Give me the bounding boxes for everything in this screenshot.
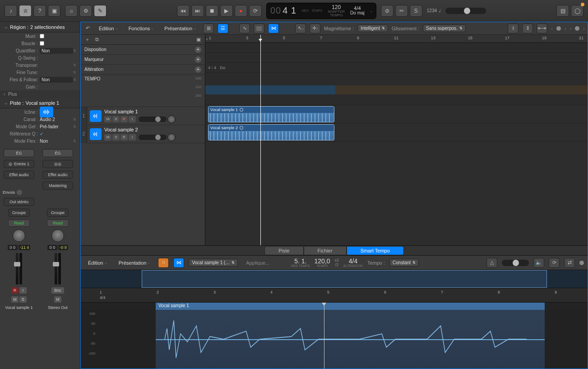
chevron-down-icon[interactable]: ⌵	[4, 24, 8, 30]
flexmode-value[interactable]: Non	[40, 139, 73, 144]
mute-button[interactable]: M	[104, 116, 111, 122]
zoom-slider[interactable]	[579, 261, 584, 265]
ed-flex-icon[interactable]: ⋈	[173, 258, 184, 268]
solo-icon[interactable]: ✂	[395, 5, 408, 17]
canal-value[interactable]: Audio 2	[40, 117, 73, 122]
chevron-down-icon[interactable]: ⌵	[4, 100, 8, 106]
ww-icon[interactable]: ⫴	[508, 23, 519, 33]
loop-icon[interactable]: ▯▯	[254, 23, 264, 33]
global-arrangement[interactable]: Disposition+	[81, 45, 205, 55]
editor-region-header[interactable]: Vocal sample 1	[156, 303, 545, 310]
tab-fichier[interactable]: Fichier	[304, 246, 347, 255]
stereo-icon[interactable]: ◎◎	[42, 160, 73, 168]
overview-bar[interactable]	[81, 270, 588, 288]
plus-icon[interactable]: +	[195, 56, 201, 63]
tempo-mode-select[interactable]: Constant⇅	[389, 259, 419, 266]
mute-button[interactable]: M	[54, 296, 61, 303]
gel-value[interactable]: Pré-fader	[40, 124, 73, 129]
solo-button[interactable]: S	[112, 134, 120, 140]
input-button[interactable]: I	[129, 134, 136, 140]
edit-menu[interactable]: Édition⌵	[95, 24, 121, 33]
flex-icon[interactable]: ⋈	[268, 23, 279, 33]
input-button[interactable]: I	[129, 116, 136, 122]
plus-icon[interactable]: +	[195, 47, 201, 53]
sends-knob[interactable]	[17, 190, 22, 195]
drag-select[interactable]: Sans superpos.⇅	[423, 24, 466, 32]
eq-slot[interactable]: ÉG	[4, 149, 34, 157]
smarttools-icon[interactable]: ☼	[65, 5, 78, 17]
pan-knob[interactable]	[51, 229, 64, 242]
vzoom-slider[interactable]	[575, 26, 579, 31]
mixer-icon[interactable]: ⚙	[79, 5, 92, 17]
chevron-right-icon[interactable]: ›	[4, 92, 8, 97]
region-header[interactable]: ⌵ Région : 2 sélectionnées	[0, 22, 80, 33]
marker-lane[interactable]	[205, 53, 588, 63]
group-slot[interactable]: Groupe	[47, 209, 69, 217]
mute-button[interactable]: M	[11, 296, 19, 303]
alt-tool-icon[interactable]: ✛⌵	[310, 23, 320, 33]
record-button[interactable]: R	[120, 116, 128, 122]
tempo-lane[interactable]	[205, 73, 588, 105]
editor-playhead[interactable]	[324, 303, 324, 369]
pointer-tool-icon[interactable]: ↖⌵	[295, 23, 306, 33]
global-tempo[interactable]: TEMPO140120100	[81, 75, 205, 107]
functions-menu[interactable]: Fonctions⌵	[125, 24, 157, 33]
record-button[interactable]: R	[120, 134, 128, 140]
mute-button[interactable]: M	[104, 134, 111, 140]
list-icon[interactable]: ▤	[556, 5, 569, 17]
bar-ruler[interactable]: ▸ 1 3 5 7 9 11 13 15 17 19 21	[205, 35, 588, 43]
global-view-icon[interactable]: ▣	[195, 36, 202, 43]
master-volume-slider[interactable]	[445, 8, 486, 14]
region-lane[interactable]: Vocal sample 2	[205, 123, 588, 141]
playhead[interactable]	[260, 35, 261, 245]
apply-button[interactable]: Applique...	[242, 259, 273, 267]
ed-view-menu[interactable]: Présentation⌵	[115, 259, 154, 267]
muet-checkbox[interactable]	[40, 34, 44, 38]
stop-icon[interactable]: ⏹	[206, 5, 218, 17]
audio-track-icon[interactable]	[90, 110, 102, 122]
lcd-display[interactable]: 00 4 1 MESTEMPS 120ADAPTERTEMPO 4/4Do ma…	[266, 3, 376, 19]
cycle-icon[interactable]: ⟳	[249, 5, 262, 17]
track-volume-slider[interactable]	[139, 135, 167, 140]
pan-knob[interactable]	[13, 229, 25, 242]
region-lane[interactable]: Vocal sample 1	[205, 105, 588, 123]
eq-slot[interactable]: ÉG	[42, 149, 73, 157]
audio-region[interactable]: Vocal sample 2	[208, 124, 334, 140]
add-track-icon[interactable]: ＋	[83, 36, 91, 43]
track-pan-knob[interactable]	[167, 133, 176, 141]
automation-read[interactable]: Read	[47, 220, 69, 227]
audio-track-icon[interactable]	[90, 128, 102, 140]
record-icon[interactable]: ●	[235, 5, 247, 17]
editor-toggle-icon[interactable]: ✎	[94, 5, 106, 17]
snap-select[interactable]: Intelligent⇅	[357, 24, 388, 32]
count-icon[interactable]: ♩	[439, 8, 441, 13]
out-slot[interactable]: Out stéréo	[4, 198, 34, 206]
browser-icon[interactable]: ◯	[571, 5, 583, 17]
rewind-icon[interactable]: ⏮	[177, 5, 190, 17]
group-slot[interactable]: Groupe	[8, 209, 30, 217]
boucle-checkbox[interactable]	[40, 41, 44, 46]
arrangement-lane[interactable]	[205, 43, 588, 53]
input-button[interactable]: I	[19, 287, 27, 294]
hfit-icon[interactable]: ⇤⇥	[537, 23, 547, 33]
solo-button[interactable]: S	[112, 116, 120, 122]
track-pan-knob[interactable]	[167, 115, 176, 123]
automation-read[interactable]: Read	[8, 220, 30, 227]
volume-fader[interactable]	[16, 253, 19, 285]
ed-vol-slider[interactable]	[502, 260, 529, 266]
speaker-icon[interactable]: 🔈	[533, 258, 544, 268]
track-row[interactable]: 1 Vocal sample 1 M S R I	[81, 107, 205, 125]
arrange-timeline[interactable]: ▸ 1 3 5 7 9 11 13 15 17 19 21	[205, 35, 588, 245]
vzoom-icon[interactable]: ⇕	[522, 23, 533, 33]
library-icon[interactable]: ♪	[5, 5, 17, 17]
rec-button[interactable]: R	[11, 287, 19, 294]
half-button[interactable]: /2	[334, 263, 339, 267]
help-icon[interactable]: ?	[33, 5, 46, 17]
view-menu[interactable]: Présentation⌵	[161, 24, 199, 33]
mute-icon[interactable]: ⊘	[381, 5, 394, 17]
cycle-icon[interactable]: ⟳	[549, 258, 560, 268]
flex-select[interactable]: Non	[40, 77, 73, 83]
quant-select[interactable]: Non	[40, 48, 73, 54]
duplicate-track-icon[interactable]: ⧉	[93, 36, 101, 43]
signature-lane[interactable]: 4/4 Do	[205, 63, 588, 73]
